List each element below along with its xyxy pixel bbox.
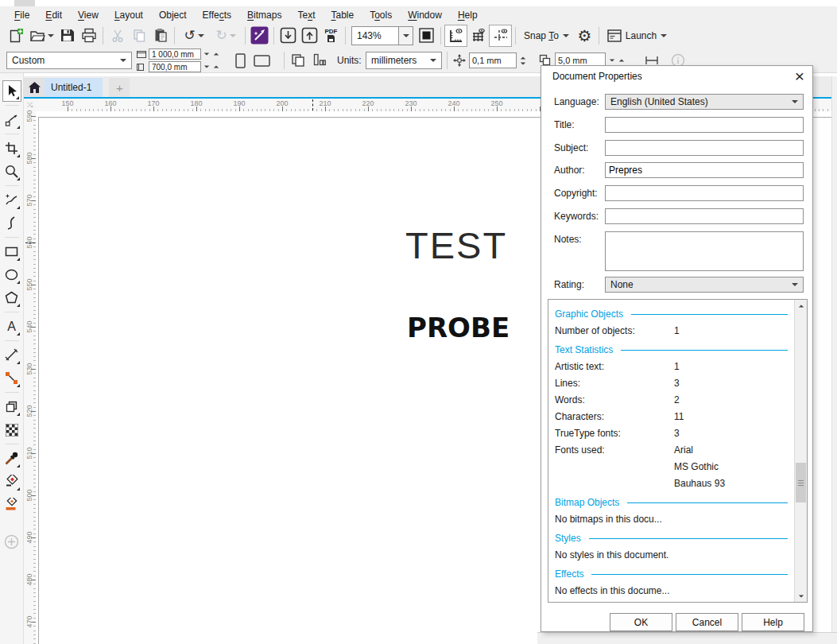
add-tools-button[interactable] (2, 531, 21, 553)
h-ruler-label: 210 (319, 99, 331, 107)
menu-help[interactable]: Help (450, 8, 486, 22)
shape-tool[interactable] (2, 109, 21, 130)
document-tab-untitled-1[interactable]: Untitled-1 (45, 78, 103, 97)
page-height-spinner[interactable] (203, 65, 219, 68)
corel-app-button[interactable] (249, 25, 270, 46)
paste-button[interactable] (149, 25, 171, 46)
menu-file[interactable]: File (6, 8, 37, 22)
ellipse-tool[interactable] (2, 264, 21, 285)
pick-tool[interactable] (2, 80, 21, 102)
print-button[interactable] (78, 25, 99, 46)
snap-to-button[interactable]: Snap To (519, 26, 574, 45)
drop-shadow-tool[interactable] (2, 396, 21, 417)
smart-fill-tool[interactable] (2, 494, 21, 515)
cancel-button[interactable]: Cancel (676, 613, 738, 631)
help-button[interactable]: Help (742, 613, 804, 631)
transparency-tool[interactable] (2, 419, 21, 440)
page-width-spinner[interactable] (203, 52, 219, 56)
export-button[interactable] (299, 25, 320, 46)
menu-edit[interactable]: Edit (37, 8, 70, 22)
title-input[interactable] (605, 117, 804, 133)
menu-tools[interactable]: Tools (362, 8, 400, 22)
menu-view[interactable]: View (70, 8, 107, 22)
rectangle-tool[interactable] (2, 241, 21, 262)
treat-as-filled-icon[interactable] (645, 56, 658, 65)
page-height-field[interactable]: 700,0 mm (149, 61, 201, 72)
new-document-button[interactable] (5, 25, 26, 46)
show-rulers-toggle[interactable] (444, 25, 467, 47)
full-screen-preview-button[interactable] (416, 25, 437, 46)
all-pages-button[interactable] (291, 53, 305, 68)
duplicate-spinner[interactable] (609, 59, 625, 62)
zoom-level-combo[interactable]: 143% (351, 26, 413, 45)
save-button[interactable] (56, 25, 78, 46)
show-guidelines-toggle[interactable] (489, 25, 512, 47)
snap-to-caret[interactable] (563, 34, 569, 37)
show-grid-toggle[interactable] (467, 25, 489, 46)
artistic-text-test[interactable]: TEST (405, 223, 507, 267)
publish-pdf-button[interactable]: PDF (320, 25, 342, 46)
page-preset-combo[interactable]: Custom (6, 52, 132, 69)
scroll-thumb[interactable] (796, 463, 806, 502)
welcome-home-button[interactable] (24, 78, 45, 97)
undo-dropdown-caret[interactable] (198, 34, 204, 37)
landscape-orientation-button[interactable] (254, 55, 270, 67)
zoom-level-value[interactable]: 143% (352, 30, 398, 41)
rating-combo[interactable]: None (605, 277, 804, 293)
h-ruler-label: 180 (190, 99, 202, 107)
menu-layout[interactable]: Layout (107, 8, 151, 22)
options-button[interactable]: ⚙ (574, 25, 595, 46)
units-combo[interactable]: millimeters (366, 52, 442, 69)
portrait-orientation-button[interactable] (235, 53, 246, 68)
interactive-fill-tool[interactable] (2, 471, 21, 492)
vertical-ruler[interactable]: 590580570560550540530520510500490480470 (24, 111, 36, 644)
current-page-button[interactable] (313, 53, 326, 68)
connector-tool[interactable] (2, 367, 21, 389)
new-tab-button[interactable]: + (109, 78, 130, 97)
statistics-scrollbar[interactable] (794, 300, 807, 602)
author-input[interactable] (605, 162, 804, 178)
zoom-level-caret[interactable] (398, 27, 413, 45)
parallel-dimension-tool[interactable] (2, 344, 21, 366)
menu-bitmaps[interactable]: Bitmaps (239, 8, 289, 22)
author-label: Author: (554, 165, 605, 176)
launch-button[interactable]: Launch (603, 26, 672, 45)
menu-table[interactable]: Table (323, 8, 362, 22)
color-eyedropper-tool[interactable] (2, 448, 21, 469)
b-spline-tool[interactable] (2, 212, 21, 234)
open-dropdown-caret[interactable] (48, 34, 54, 37)
undo-button[interactable]: ↺ (178, 25, 210, 46)
page-width-field[interactable]: 1 000,0 mm (149, 48, 201, 60)
language-combo[interactable]: English (United States) (605, 94, 804, 110)
polygon-tool[interactable] (2, 287, 21, 308)
scroll-down-button[interactable] (795, 590, 807, 602)
canvas-right-scroll-strip[interactable] (831, 76, 837, 644)
menu-effects[interactable]: Effects (195, 8, 239, 22)
launch-caret[interactable] (661, 34, 667, 37)
stats-row: Bauhaus 93 (555, 475, 789, 491)
nudge-spinner[interactable] (520, 56, 526, 65)
open-button[interactable] (26, 25, 56, 46)
copyright-input[interactable] (605, 185, 804, 201)
artistic-text-probe[interactable]: PROBE (407, 312, 510, 343)
notes-textarea[interactable] (605, 231, 804, 271)
nudge-distance-field[interactable]: 0,1 mm (469, 52, 517, 68)
crop-tool[interactable] (2, 138, 21, 159)
menu-object[interactable]: Object (151, 8, 195, 22)
v-ruler-label: 510 (25, 441, 33, 465)
scroll-up-button[interactable] (795, 300, 807, 312)
freehand-tool[interactable] (2, 189, 21, 211)
v-ruler-label: 470 (25, 610, 33, 634)
keywords-input[interactable] (605, 208, 804, 224)
stats-section-header: Styles (555, 530, 789, 546)
ok-button[interactable]: OK (610, 613, 672, 631)
menu-text[interactable]: Text (289, 8, 323, 22)
text-tool[interactable]: A (2, 316, 21, 337)
dialog-close-button[interactable]: × (795, 68, 804, 84)
zoom-tool[interactable] (2, 161, 21, 182)
publish-pdf-icon: PDF (325, 29, 338, 42)
import-button[interactable] (277, 25, 299, 46)
freehand-icon (5, 193, 18, 207)
subject-input[interactable] (605, 140, 804, 156)
menu-window[interactable]: Window (400, 8, 450, 22)
